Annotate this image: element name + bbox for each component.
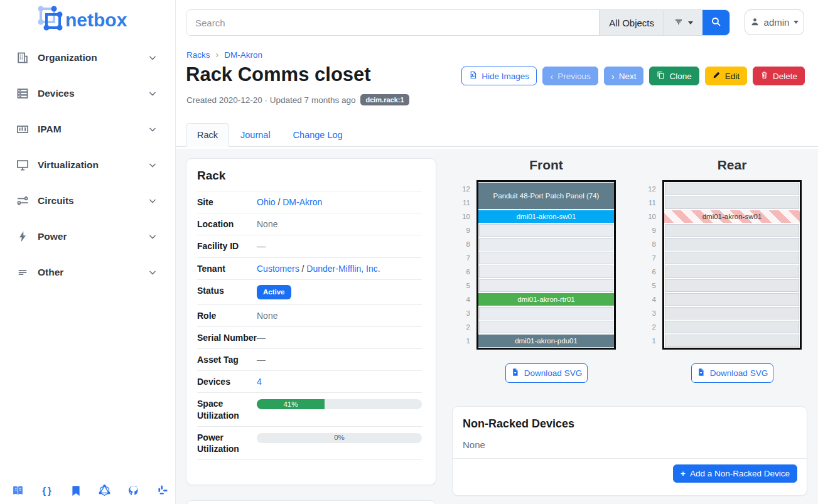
non-racked-devices-panel: Non-Racked Devices None + Add a Non-Rack…: [452, 406, 807, 496]
unit-number: 10: [642, 210, 656, 223]
rack-unit-empty[interactable]: [479, 321, 613, 333]
journal-icon[interactable]: [70, 485, 82, 496]
next-button[interactable]: › Next: [604, 67, 644, 85]
row-location: Location None: [197, 213, 422, 235]
rack-unit-blocked: [665, 321, 799, 333]
power-icon: [16, 230, 29, 243]
sidebar-item-label: Organization: [38, 52, 148, 63]
download-svg-rear-button[interactable]: Download SVG: [691, 363, 773, 383]
rack-unit-blocked: [665, 183, 799, 195]
unit-number: 12: [642, 182, 656, 196]
hide-images-button[interactable]: Hide Images: [461, 67, 537, 85]
rack-unit-blocked: [665, 252, 799, 264]
breadcrumb-site-link[interactable]: DM-Akron: [224, 50, 262, 60]
graphql-icon[interactable]: [99, 485, 110, 496]
rest-api-icon[interactable]: { }: [41, 485, 53, 496]
unit-number: 9: [456, 223, 470, 237]
row-space-utilization: Space Utilization 41%: [197, 393, 422, 426]
tenant-link[interactable]: Dunder-Mifflin, Inc.: [306, 264, 380, 274]
chevron-down-icon: [148, 53, 158, 63]
rack-unit-empty[interactable]: [479, 279, 613, 292]
add-non-racked-device-button[interactable]: + Add a Non-Racked Device: [673, 464, 797, 483]
chevron-down-icon: [148, 124, 158, 134]
site-link[interactable]: DM-Akron: [283, 197, 322, 207]
tab-content: Rack Site Ohio / DM-Akron Location None …: [176, 149, 818, 504]
clone-button[interactable]: Clone: [649, 67, 699, 85]
slack-icon[interactable]: [156, 485, 168, 496]
ipam-icon: [16, 123, 29, 136]
copy-icon: [657, 71, 665, 81]
search-input[interactable]: [186, 10, 599, 35]
chevron-down-icon: [148, 88, 158, 99]
unit-number: 10: [456, 210, 470, 223]
sidebar-item-other[interactable]: Other: [6, 260, 169, 285]
breadcrumb-racks-link[interactable]: Racks: [186, 50, 210, 60]
site-group-link[interactable]: Ohio: [257, 197, 276, 207]
rack-unit-empty[interactable]: [479, 265, 613, 278]
rack-unit-blocked: [665, 307, 799, 319]
file-download-icon: [511, 368, 519, 378]
tab-rack[interactable]: Rack: [186, 123, 229, 147]
rack-unit-empty[interactable]: [479, 238, 613, 250]
docs-icon[interactable]: [12, 485, 24, 496]
search-submit-button[interactable]: [702, 10, 729, 35]
caret-down-icon: [688, 21, 693, 24]
building-icon: [16, 51, 29, 64]
object-id-badge: dcim.rack:1: [360, 94, 409, 105]
rack-device[interactable]: Panduit 48-Port Patch Panel (74): [478, 183, 614, 209]
tab-journal[interactable]: Journal: [229, 123, 282, 147]
row-tenant: Tenant Customers / Dunder-Mifflin, Inc.: [197, 258, 422, 280]
sidebar-item-label: Circuits: [38, 195, 148, 206]
netbox-logo[interactable]: netbox: [35, 5, 142, 36]
sidebar-item-virtualization[interactable]: Virtualization: [6, 153, 169, 178]
row-status: Status Active: [197, 280, 422, 305]
unit-number: 12: [456, 182, 470, 196]
sidebar-item-organization[interactable]: Organization: [6, 45, 169, 70]
chevron-down-icon: [148, 232, 158, 242]
edit-button[interactable]: Edit: [705, 67, 747, 85]
trash-icon: [760, 71, 768, 81]
rack-unit-blocked: [665, 279, 799, 292]
sidebar-item-circuits[interactable]: Circuits: [6, 188, 169, 213]
rack-unit-empty[interactable]: [479, 224, 613, 237]
breadcrumb: Racks › DM-Akron: [186, 50, 262, 60]
sidebar-item-label: Virtualization: [38, 159, 148, 171]
sidebar: netbox Organization Devices IP: [0, 0, 176, 504]
tenant-group-link[interactable]: Customers: [257, 264, 299, 274]
delete-button[interactable]: Delete: [753, 67, 805, 85]
sidebar-item-power[interactable]: Power: [6, 224, 169, 249]
rack-unit-empty[interactable]: [479, 307, 613, 319]
unit-number: 5: [456, 279, 470, 292]
download-svg-front-button[interactable]: Download SVG: [505, 363, 588, 383]
rack-device[interactable]: dmi01-akron-sw01: [478, 210, 614, 223]
rack-unit-blocked: [665, 196, 799, 209]
previous-button[interactable]: ‹ Previous: [542, 67, 598, 85]
rack-device[interactable]: dmi01-akron-rtr01: [478, 293, 614, 306]
sidebar-footer: { }: [0, 485, 176, 496]
tab-change-log[interactable]: Change Log: [282, 123, 354, 147]
rear-rack: dmi01-akron-sw01: [662, 180, 802, 350]
netbox-logo-icon: [38, 6, 63, 31]
search-filter-button[interactable]: [664, 10, 702, 35]
role-value: None: [257, 310, 422, 321]
rack-device[interactable]: dmi01-akron-sw01: [664, 210, 800, 223]
unit-number: 6: [456, 265, 470, 279]
unit-number: 3: [642, 306, 656, 320]
front-unit-numbers: 121110987654321: [456, 182, 470, 348]
other-icon: [16, 266, 29, 279]
sidebar-item-ipam[interactable]: IPAM: [6, 117, 169, 142]
rack-device[interactable]: dmi01-akron-pdu01: [478, 335, 614, 347]
sidebar-item-devices[interactable]: Devices: [6, 81, 169, 106]
svg-text:netbox: netbox: [65, 9, 127, 30]
github-icon[interactable]: [127, 485, 139, 496]
chevron-down-icon: [148, 160, 158, 170]
row-facility-id: Facility ID —: [197, 235, 422, 257]
unit-number: 3: [456, 306, 470, 320]
devices-count-link[interactable]: 4: [257, 377, 262, 387]
image-file-icon: [469, 71, 477, 81]
search-scope-button[interactable]: All Objects: [599, 10, 664, 35]
filter-icon: [674, 17, 684, 29]
user-menu-button[interactable]: admin: [745, 9, 804, 35]
rack-unit-empty[interactable]: [479, 252, 613, 264]
file-download-icon: [697, 368, 705, 378]
